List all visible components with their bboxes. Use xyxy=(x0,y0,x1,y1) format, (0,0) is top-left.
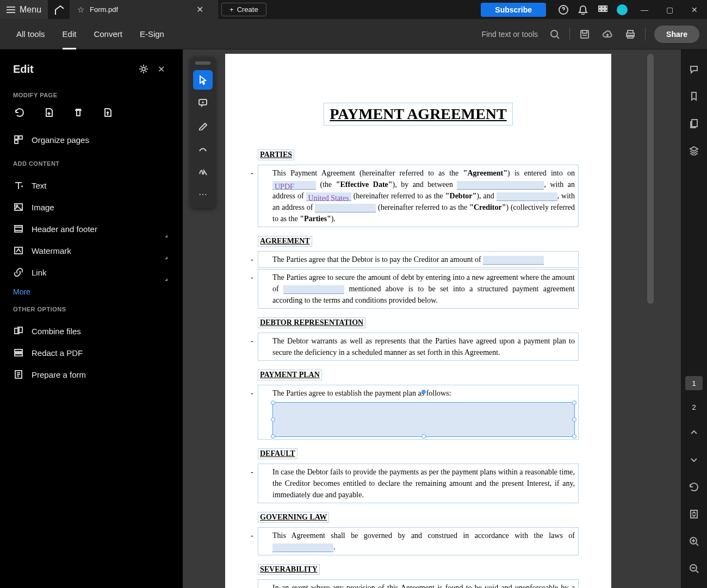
highlight-tool[interactable] xyxy=(193,116,213,135)
document-tab[interactable]: ☆ Form.pdf ✕ xyxy=(70,0,218,19)
menu-convert[interactable]: Convert xyxy=(85,19,131,49)
settings-button[interactable] xyxy=(135,60,152,78)
agreement-para-1[interactable]: -The Parties agree that the Debtor is to… xyxy=(258,251,579,268)
section-severability[interactable]: SEVERABILITY xyxy=(258,564,320,575)
window-maximize-button[interactable]: ▢ xyxy=(657,0,682,19)
comment-tool[interactable] xyxy=(193,93,213,112)
zoom-in-button[interactable] xyxy=(685,533,703,550)
redact-pdf-button[interactable]: Redact a PDF xyxy=(13,342,170,364)
modify-page-label: MODIFY PAGE xyxy=(13,92,170,98)
window-close-button[interactable]: ✕ xyxy=(682,0,707,19)
resize-handle[interactable] xyxy=(572,401,576,405)
share-button[interactable]: Share xyxy=(654,26,699,43)
menu-all-tools[interactable]: All tools xyxy=(8,19,54,49)
print-button[interactable] xyxy=(619,19,642,49)
section-agreement[interactable]: AGREEMENT xyxy=(258,236,312,247)
section-payment-plan[interactable]: PAYMENT PLAN xyxy=(258,370,322,380)
submenu-indicator xyxy=(165,257,168,259)
save-button[interactable] xyxy=(573,19,596,49)
comments-panel-button[interactable] xyxy=(685,60,703,78)
fill-party-1[interactable] xyxy=(457,181,544,190)
fill-party-2[interactable] xyxy=(497,192,557,201)
fill-jurisdiction[interactable] xyxy=(272,543,333,552)
section-parties[interactable]: PARTIES xyxy=(258,149,294,160)
add-text-button[interactable]: Text xyxy=(13,174,170,196)
fill-address-2[interactable] xyxy=(315,204,376,212)
pages-panel-button[interactable] xyxy=(685,115,703,132)
section-gov-law[interactable]: GOVERNING LAW xyxy=(258,512,329,523)
help-button[interactable] xyxy=(554,0,573,19)
parties-paragraph[interactable]: - This Payment Agreement (hereinafter re… xyxy=(258,165,579,227)
page-2-button[interactable]: 2 xyxy=(685,400,703,414)
rotate-handle[interactable] xyxy=(421,390,426,394)
selected-textbox[interactable] xyxy=(272,402,575,437)
prepare-form-button[interactable]: Prepare a form xyxy=(13,364,170,385)
payment-plan-para[interactable]: - The Parties agree to establish the pay… xyxy=(258,385,579,440)
page-down-button[interactable] xyxy=(685,451,703,468)
home-button[interactable] xyxy=(48,0,70,19)
add-header-footer-button[interactable]: Header and footer xyxy=(13,218,170,240)
default-para[interactable]: -In case the Debtor fails to provide the… xyxy=(258,464,579,503)
agreement-para-2[interactable]: -The Parties agree to secure the amount … xyxy=(258,269,579,309)
svg-rect-1 xyxy=(599,6,601,8)
fill-amount-1[interactable] xyxy=(483,256,544,265)
delete-page-button[interactable] xyxy=(72,106,85,119)
cloud-upload-button[interactable] xyxy=(596,19,619,49)
add-image-button[interactable]: Image xyxy=(13,196,170,218)
resize-handle[interactable] xyxy=(421,434,426,439)
user-avatar[interactable] xyxy=(617,4,628,15)
search-button[interactable] xyxy=(543,19,566,49)
extract-page-button[interactable] xyxy=(101,106,114,119)
more-link[interactable]: More xyxy=(13,287,170,296)
combine-files-button[interactable]: Combine files xyxy=(13,320,170,342)
zoom-out-button[interactable] xyxy=(685,560,703,577)
sign-tool[interactable] xyxy=(193,161,213,181)
page-1-button[interactable]: 1 xyxy=(685,376,703,390)
add-link-button[interactable]: Link xyxy=(13,261,170,283)
fill-amount-2[interactable] xyxy=(283,285,344,294)
layers-panel-button[interactable] xyxy=(685,142,703,159)
create-button[interactable]: + Create xyxy=(221,3,266,16)
notifications-button[interactable] xyxy=(573,0,593,19)
page-up-button[interactable] xyxy=(685,424,703,441)
window-minimize-button[interactable]: — xyxy=(632,0,657,19)
resize-handle[interactable] xyxy=(271,417,275,422)
close-sidebar-button[interactable]: ✕ xyxy=(152,60,170,78)
tab-close-button[interactable]: ✕ xyxy=(189,4,210,15)
apps-button[interactable] xyxy=(593,0,612,19)
document-page[interactable]: PAYMENT AGREEMENT PARTIES - This Payment… xyxy=(225,54,611,588)
menu-edit[interactable]: Edit xyxy=(54,19,85,49)
resize-handle[interactable] xyxy=(572,417,576,422)
section-debtor-rep[interactable]: DEBTOR REPRESENTATION xyxy=(258,317,365,328)
fit-page-button[interactable] xyxy=(685,505,703,523)
resize-handle[interactable] xyxy=(271,401,275,405)
rotate-button[interactable] xyxy=(13,106,26,119)
doc-title[interactable]: PAYMENT AGREEMENT xyxy=(324,103,512,126)
svg-rect-14 xyxy=(19,136,22,139)
fill-effective-date[interactable]: UPDF xyxy=(272,181,316,190)
chevron-down-icon xyxy=(689,455,699,465)
menu-button[interactable]: Menu xyxy=(0,0,48,19)
add-watermark-button[interactable]: Watermark xyxy=(13,240,170,261)
more-tools[interactable]: ⋯ xyxy=(193,184,213,204)
debtor-rep-para[interactable]: -The Debtor warrants as well as represen… xyxy=(258,333,579,361)
organize-pages-button[interactable]: Organize pages xyxy=(13,129,170,151)
severability-para[interactable]: -In an event where any provision of this… xyxy=(258,579,579,588)
insert-page-button[interactable] xyxy=(42,106,55,119)
toolbar-grip[interactable] xyxy=(195,61,210,65)
rotate-view-button[interactable] xyxy=(685,478,703,496)
document-scroll[interactable]: PAYMENT AGREEMENT PARTIES - This Payment… xyxy=(183,49,681,588)
subscribe-button[interactable]: Subscribe xyxy=(481,3,546,17)
bookmarks-panel-button[interactable] xyxy=(685,87,703,105)
fit-icon xyxy=(689,509,699,519)
scrollbar[interactable] xyxy=(647,54,654,304)
resize-handle[interactable] xyxy=(271,434,275,439)
menu-esign[interactable]: E-Sign xyxy=(131,19,173,49)
fill-address-1[interactable]: United States xyxy=(306,192,351,201)
select-tool[interactable] xyxy=(193,70,213,90)
section-default[interactable]: DEFAULT xyxy=(258,448,297,459)
resize-handle[interactable] xyxy=(572,434,576,439)
gov-law-para[interactable]: -This Agreement shall be governed by and… xyxy=(258,527,579,555)
draw-tool[interactable] xyxy=(193,139,213,158)
chevron-up-icon xyxy=(689,428,699,437)
